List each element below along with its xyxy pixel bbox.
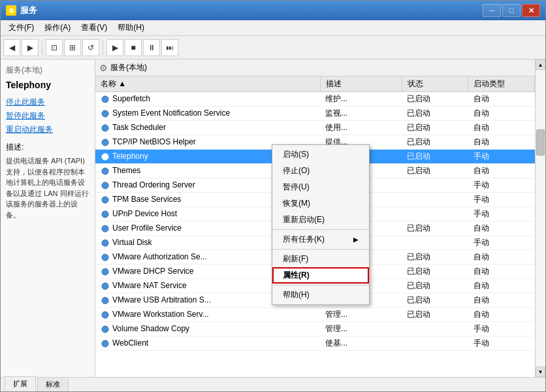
address-bar-text: 服务(本地) xyxy=(110,62,147,73)
restart-service-link[interactable]: 重启动此服务 xyxy=(6,124,89,135)
col-header-startup[interactable]: 启动类型 xyxy=(468,76,535,92)
context-menu-item[interactable]: 暂停(U) xyxy=(272,179,369,195)
service-icon xyxy=(101,339,110,348)
scroll-down-button[interactable]: ▼ xyxy=(536,367,545,377)
table-row[interactable]: Volume Shadow Copy管理...手动 xyxy=(95,322,535,336)
service-icon xyxy=(101,296,110,305)
svg-point-12 xyxy=(102,269,108,275)
service-startup-cell: 手动 xyxy=(468,322,535,336)
service-icon xyxy=(101,224,110,233)
refresh-button[interactable]: ↺ xyxy=(82,39,99,56)
service-icon xyxy=(101,267,110,276)
skip-button[interactable]: ⏭ xyxy=(161,39,178,56)
context-menu-item[interactable]: 停止(O) xyxy=(272,163,369,179)
service-desc-cell: 管理... xyxy=(320,322,402,336)
maximize-button[interactable]: □ xyxy=(502,4,521,17)
stop-button[interactable]: ■ xyxy=(125,39,142,56)
table-header: 名称 ▲ 描述 状态 启动类型 xyxy=(95,76,535,92)
service-status-cell xyxy=(402,236,468,250)
svg-point-16 xyxy=(102,326,108,333)
service-status-cell xyxy=(402,193,468,207)
title-bar: ⚙ 服务 ─ □ ✕ xyxy=(1,1,545,20)
description-text: 提供电话服务 API (TAPI)支持，以便各程序控制本地计算机上的电话服务设备… xyxy=(6,155,89,220)
service-startup-cell: 手动 xyxy=(468,178,535,193)
up-button[interactable]: ⊡ xyxy=(46,39,63,56)
scroll-thumb[interactable] xyxy=(536,129,545,155)
tab-expand[interactable]: 扩展 xyxy=(5,376,36,391)
back-button[interactable]: ◀ xyxy=(3,39,20,56)
service-status-cell: 已启动 xyxy=(402,135,468,150)
context-menu-all-tasks[interactable]: 所有任务(K)▶ xyxy=(272,231,369,248)
table-row[interactable]: System Event Notification Service监视...已启… xyxy=(95,106,535,121)
service-name-cell: Task Scheduler xyxy=(95,121,320,135)
forward-button[interactable]: ▶ xyxy=(22,39,39,56)
window-title: 服务 xyxy=(20,5,483,16)
context-menu-item[interactable]: 启动(S) xyxy=(272,146,369,163)
toolbar-separator-2 xyxy=(103,40,103,56)
menu-action[interactable]: 操作(A) xyxy=(39,21,76,35)
col-header-status[interactable]: 状态 xyxy=(402,76,468,92)
context-menu-item[interactable]: 重新启动(E) xyxy=(272,212,369,228)
main-window: ⚙ 服务 ─ □ ✕ 文件(F) 操作(A) 查看(V) 帮助(H) ◀ ▶ ⊡… xyxy=(0,0,546,392)
col-header-name[interactable]: 名称 ▲ xyxy=(95,76,320,92)
menu-view[interactable]: 查看(V) xyxy=(76,21,112,35)
table-row[interactable]: Task Scheduler使用...已启动自动 xyxy=(95,121,535,135)
pause-service-link[interactable]: 暂停此服务 xyxy=(6,110,89,122)
service-status-cell: 已启动 xyxy=(402,279,468,293)
close-button[interactable]: ✕ xyxy=(522,4,540,17)
context-menu-separator xyxy=(272,249,369,250)
tab-standard[interactable]: 标准 xyxy=(37,377,69,391)
service-status-cell xyxy=(402,336,468,351)
context-menu-separator xyxy=(272,285,369,286)
service-startup-cell: 自动 xyxy=(468,221,535,236)
show-button[interactable]: ⊞ xyxy=(64,39,81,56)
service-name-cell: VMware Workstation Serv... xyxy=(95,308,320,322)
svg-point-11 xyxy=(102,254,108,261)
service-name-cell: WebClient xyxy=(95,336,320,351)
service-icon xyxy=(101,310,110,319)
minimize-button[interactable]: ─ xyxy=(483,4,501,17)
context-menu-properties[interactable]: 属性(R) xyxy=(272,267,369,284)
context-menu-item[interactable]: 帮助(H) xyxy=(272,287,369,303)
svg-point-0 xyxy=(102,96,108,103)
table-row[interactable]: VMware Workstation Serv...管理...已启动自动 xyxy=(95,308,535,322)
service-name-cell: Superfetch xyxy=(95,92,320,106)
svg-point-2 xyxy=(102,125,108,131)
service-startup-cell: 自动 xyxy=(468,106,535,121)
service-icon xyxy=(101,167,110,176)
service-icon xyxy=(101,325,110,334)
service-icon xyxy=(101,152,110,161)
selected-service-name: Telephony xyxy=(6,80,89,90)
service-desc-cell: 使基... xyxy=(320,336,402,351)
service-icon xyxy=(101,253,110,262)
svg-point-10 xyxy=(102,240,108,246)
service-name-cell: Volume Shadow Copy xyxy=(95,322,320,336)
table-row[interactable]: WebClient使基...手动 xyxy=(95,336,535,351)
address-icon: ⚙ xyxy=(99,63,108,73)
play-button[interactable]: ▶ xyxy=(106,39,123,56)
service-icon xyxy=(101,195,110,204)
context-menu: 启动(S)停止(O)暂停(U)恢复(M)重新启动(E)所有任务(K)▶刷新(F)… xyxy=(272,144,370,305)
service-startup-cell: 自动 xyxy=(468,92,535,106)
service-status-cell: 已启动 xyxy=(402,221,468,236)
menu-bar: 文件(F) 操作(A) 查看(V) 帮助(H) xyxy=(1,20,545,36)
table-row[interactable]: Superfetch维护...已启动自动 xyxy=(95,92,535,106)
service-startup-cell: 自动 xyxy=(468,164,535,178)
service-status-cell: 已启动 xyxy=(402,250,468,265)
col-header-desc[interactable]: 描述 xyxy=(320,76,402,92)
svg-point-15 xyxy=(102,312,108,318)
context-menu-item[interactable]: 恢复(M) xyxy=(272,195,369,212)
svg-point-3 xyxy=(102,139,108,146)
context-menu-item[interactable]: 刷新(F) xyxy=(272,251,369,267)
scroll-up-button[interactable]: ▲ xyxy=(536,59,545,70)
window-icon: ⚙ xyxy=(6,5,16,16)
address-bar: ⚙ 服务(本地) xyxy=(95,59,535,76)
pause-button[interactable]: ⏸ xyxy=(143,39,160,56)
menu-file[interactable]: 文件(F) xyxy=(3,21,39,35)
stop-service-link[interactable]: 停止此服务 xyxy=(6,97,89,108)
scrollbar[interactable]: ▲ ▼ xyxy=(535,59,545,377)
service-status-cell xyxy=(402,207,468,221)
service-icon xyxy=(101,282,110,291)
menu-help[interactable]: 帮助(H) xyxy=(112,21,150,35)
scroll-track[interactable] xyxy=(536,70,545,367)
